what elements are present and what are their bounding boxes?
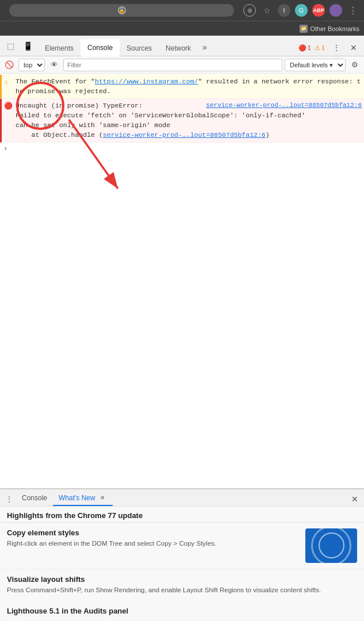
tab-network-label: Network: [166, 44, 191, 52]
devtools-tab-bar: ⬚ 📱 Elements Console Sources Network » 🔴…: [0, 36, 364, 56]
chrome-top-bar: 🔒 ⊕ ☆ I G ABP ⋮: [0, 0, 364, 21]
console-settings-icon[interactable]: ⚙: [348, 58, 362, 72]
profile-avatar[interactable]: [329, 4, 342, 17]
warn-message: ⚠ The FetchEvent for "https://www.instag…: [0, 75, 364, 99]
extension-g-icon[interactable]: G: [295, 4, 308, 17]
error-line2: can be set only with 'same-origin' mode: [16, 120, 362, 130]
error-count: 1: [308, 44, 311, 51]
highlights-label: Highlights from the Chrome 77 update: [7, 511, 143, 520]
tab-sources[interactable]: Sources: [120, 39, 159, 56]
error-circle-icon: 🔴: [298, 44, 306, 52]
warn-text-part1: The FetchEvent for ": [16, 78, 95, 85]
whats-new-header: Highlights from the Chrome 77 update: [0, 507, 364, 523]
devtools-settings-button[interactable]: ⋮: [328, 40, 344, 56]
error-message: 🔴 Uncaught (in promise) TypeError: servi…: [0, 99, 364, 143]
copy-element-styles-text: Copy element styles Right-click an eleme…: [7, 528, 300, 563]
chrome-menu-button[interactable]: ⋮: [347, 4, 359, 17]
bottom-right-icons: ✕: [348, 492, 364, 506]
adblock-icon[interactable]: ABP: [312, 4, 325, 17]
lighthouse-title: Lighthouse 5.1 in the Audits panel: [7, 607, 128, 615]
image-circle-inner: [319, 532, 344, 558]
error-first-row: Uncaught (in promise) TypeError: service…: [16, 101, 362, 110]
instagram-link[interactable]: https://www.instagram.com/: [95, 78, 198, 85]
log-levels-selector[interactable]: Default levels ▾: [285, 59, 346, 71]
warn-icon: ⚠: [4, 77, 13, 87]
bottom-panel-menu-icon[interactable]: ⋮: [2, 492, 16, 506]
bottom-console-label: Console: [22, 494, 47, 502]
new-tab-button[interactable]: ⊕: [243, 4, 256, 17]
tab-console[interactable]: Console: [81, 39, 120, 56]
more-tabs-button[interactable]: »: [198, 39, 212, 56]
bookmarks-bar: 📁 Other Bookmarks: [0, 21, 364, 36]
console-output: ⚠ The FetchEvent for "https://www.instag…: [0, 74, 364, 488]
warn-count: 1: [321, 44, 325, 51]
whats-new-content: Highlights from the Chrome 77 update Cop…: [0, 507, 364, 621]
devtools-left-icons: ⬚ 📱: [0, 36, 38, 56]
bookmarks-folder-icon: 📁: [300, 25, 308, 33]
console-toolbar: 🚫 top 👁 Default levels ▾ ⚙: [0, 56, 364, 74]
whats-new-close-button[interactable]: ✕: [98, 493, 107, 503]
error-stack-link[interactable]: service-worker-prod-….lout=88507d5bfa12:…: [103, 131, 266, 139]
instapaper-icon[interactable]: I: [278, 4, 290, 17]
warn-message-content: The FetchEvent for "https://www.instagra…: [16, 76, 362, 97]
tab-elements-label: Elements: [45, 44, 74, 52]
prompt-chevron-icon: ›: [3, 145, 7, 153]
console-prompt[interactable]: ›: [0, 143, 364, 155]
other-bookmarks-label: Other Bookmarks: [310, 25, 359, 32]
bookmark-button[interactable]: ☆: [260, 4, 273, 17]
bottom-tab-console[interactable]: Console: [16, 491, 53, 506]
visualize-layout-shifts-title: Visualize layout shifts: [7, 575, 357, 584]
bottom-tab-bar: ⋮ Console What's New ✕ ✕: [0, 489, 364, 507]
devtools-panel: ⬚ 📱 Elements Console Sources Network » 🔴…: [0, 36, 364, 621]
error-line1: Failed to execute 'fetch' on 'ServiceWor…: [16, 110, 362, 120]
error-source-link[interactable]: service-worker-prod-….lout=88507d5bfa12:…: [206, 101, 362, 110]
context-selector[interactable]: top: [18, 59, 45, 71]
inspect-element-button[interactable]: ⬚: [2, 38, 18, 54]
visualize-layout-shifts-item: Visualize layout shifts Press Command+Sh…: [0, 569, 364, 601]
error-icon: 🔴: [4, 101, 13, 112]
filter-input[interactable]: [63, 59, 282, 71]
bottom-tab-whats-new[interactable]: What's New ✕: [53, 491, 113, 506]
copy-element-styles-image: [305, 528, 357, 563]
panel-close-button[interactable]: ✕: [348, 492, 362, 506]
lock-icon: 🔒: [118, 6, 126, 14]
devtools-close-button[interactable]: ✕: [346, 40, 362, 56]
error-line3: at Object.handle (service-worker-prod-….…: [16, 130, 362, 140]
visualize-layout-shifts-desc: Press Command+Shift+P, run Show Renderin…: [7, 585, 357, 595]
tab-elements[interactable]: Elements: [38, 39, 81, 56]
warn-triangle-icon: ⚠: [315, 44, 320, 52]
other-bookmarks[interactable]: 📁 Other Bookmarks: [300, 25, 359, 33]
tab-network[interactable]: Network: [159, 39, 198, 56]
bottom-whats-new-label: What's New: [59, 494, 95, 502]
error-message-content: Uncaught (in promise) TypeError: service…: [16, 101, 362, 140]
bottom-panel: ⋮ Console What's New ✕ ✕ Highlights from…: [0, 488, 364, 621]
device-toolbar-button[interactable]: 📱: [20, 38, 36, 54]
devtools-right-icons: 🔴 1 ⚠ 1 ⋮ ✕: [298, 40, 364, 56]
error-prefix: Uncaught (in promise) TypeError:: [16, 101, 206, 110]
error-badge: 🔴 1: [298, 44, 311, 52]
image-circle-outer: [311, 528, 351, 563]
copy-element-styles-title: Copy element styles: [7, 528, 300, 537]
copy-element-styles-desc: Right-click an element in the DOM Tree a…: [7, 539, 300, 549]
lighthouse-item: Lighthouse 5.1 in the Audits panel: [0, 601, 364, 621]
eye-icon[interactable]: 👁: [47, 58, 61, 72]
copy-element-styles-item: Copy element styles Right-click an eleme…: [0, 523, 364, 569]
clear-console-button[interactable]: 🚫: [2, 58, 16, 72]
address-bar[interactable]: 🔒: [9, 4, 234, 17]
warn-badge: ⚠ 1: [315, 44, 325, 52]
tab-sources-label: Sources: [127, 44, 152, 52]
tab-console-label: Console: [87, 44, 113, 52]
